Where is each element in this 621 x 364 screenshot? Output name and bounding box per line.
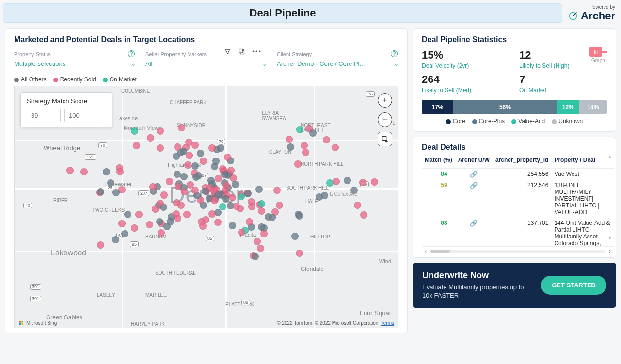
map-deal-marker[interactable] bbox=[180, 173, 188, 180]
table-horizontal-scrollbar[interactable]: ‹ › bbox=[422, 247, 614, 255]
map-deal-marker[interactable] bbox=[200, 158, 207, 165]
map-deal-marker[interactable] bbox=[146, 221, 153, 228]
map-deal-marker[interactable] bbox=[177, 202, 185, 209]
map-deal-marker[interactable] bbox=[195, 172, 202, 179]
map-deal-marker[interactable] bbox=[152, 206, 159, 213]
map-deal-marker[interactable] bbox=[316, 193, 323, 201]
link-icon[interactable]: 🔗 bbox=[470, 171, 478, 178]
map-deal-marker[interactable] bbox=[258, 200, 265, 207]
map-deal-marker[interactable] bbox=[135, 211, 143, 218]
map-deal-marker[interactable] bbox=[118, 220, 126, 227]
map-deal-marker[interactable] bbox=[157, 127, 164, 135]
map-deal-marker[interactable] bbox=[107, 179, 114, 187]
map-deal-marker[interactable] bbox=[286, 136, 293, 143]
map-deal-marker[interactable] bbox=[296, 126, 303, 133]
map-deal-marker[interactable] bbox=[246, 218, 253, 225]
map-deal-marker[interactable] bbox=[160, 191, 168, 199]
map-deal-marker[interactable] bbox=[371, 178, 378, 186]
map-deal-marker[interactable] bbox=[360, 211, 367, 219]
area-select-button[interactable] bbox=[378, 132, 392, 146]
map-deal-marker[interactable] bbox=[273, 187, 281, 194]
map-deal-marker[interactable] bbox=[323, 136, 330, 143]
score-max-input[interactable] bbox=[64, 109, 98, 122]
table-row[interactable]: 59🔗212,546138-UNIT MULTIFAMILY INVESTMEN… bbox=[422, 180, 614, 218]
map-deal-marker[interactable] bbox=[112, 236, 119, 243]
map-deal-marker[interactable] bbox=[180, 148, 187, 155]
map-deal-marker[interactable] bbox=[248, 203, 255, 210]
map-deal-marker[interactable] bbox=[222, 195, 229, 203]
filter-seller-propensity[interactable]: Seller Propensity Markers All ⌄ bbox=[145, 49, 267, 67]
map-deal-marker[interactable] bbox=[184, 161, 191, 169]
map-deal-marker[interactable] bbox=[309, 129, 317, 137]
map-deal-marker[interactable] bbox=[191, 162, 199, 170]
map-deal-marker[interactable] bbox=[276, 202, 283, 209]
map-deal-marker[interactable] bbox=[131, 224, 138, 232]
map-deal-marker[interactable] bbox=[156, 218, 163, 225]
col-propid[interactable]: archer_property_id bbox=[493, 155, 551, 169]
map-deal-marker[interactable] bbox=[97, 188, 104, 195]
map-deal-marker[interactable] bbox=[198, 218, 205, 225]
map-deal-marker[interactable] bbox=[255, 186, 263, 193]
map-deal-marker[interactable] bbox=[112, 189, 120, 196]
map-deal-marker[interactable] bbox=[214, 219, 222, 226]
map-deal-marker[interactable] bbox=[244, 190, 252, 197]
map-deal-marker[interactable] bbox=[258, 207, 265, 215]
filter-value-dropdown[interactable]: Archer Demo - Core / Core Pl... ⌄ bbox=[277, 60, 398, 67]
filter-value-dropdown[interactable]: Multiple selections ⌄ bbox=[14, 60, 136, 67]
map-deal-marker[interactable] bbox=[208, 210, 216, 218]
map-deal-marker[interactable] bbox=[166, 178, 173, 185]
map-deal-marker[interactable] bbox=[133, 142, 140, 149]
map-deal-marker[interactable] bbox=[131, 127, 138, 135]
col-match[interactable]: Match (%) bbox=[422, 155, 455, 169]
map-deal-marker[interactable] bbox=[174, 171, 181, 178]
map-deal-marker[interactable] bbox=[227, 167, 235, 174]
map-deal-marker[interactable] bbox=[173, 153, 180, 160]
map-deal-marker[interactable] bbox=[287, 143, 294, 151]
map-deal-marker[interactable] bbox=[269, 214, 276, 221]
map-deal-marker[interactable] bbox=[359, 179, 366, 186]
map-deal-marker[interactable] bbox=[344, 177, 351, 184]
map-deal-marker[interactable] bbox=[296, 250, 303, 257]
table-row[interactable]: 84🔗254,556Vue West bbox=[422, 169, 614, 180]
map-deal-marker[interactable] bbox=[296, 212, 303, 220]
help-icon[interactable]: ? bbox=[128, 50, 135, 57]
map-deal-marker[interactable] bbox=[121, 230, 128, 237]
map-deal-marker[interactable] bbox=[124, 211, 131, 218]
map-deal-marker[interactable] bbox=[147, 134, 154, 142]
map-deal-marker[interactable] bbox=[207, 177, 215, 184]
map-deal-marker[interactable] bbox=[210, 187, 217, 194]
col-uw[interactable]: Archer U/W bbox=[455, 155, 493, 169]
map-deal-marker[interactable] bbox=[217, 144, 224, 152]
table-row[interactable]: 68🔗137,701144-Unit Value-Add & Partial L… bbox=[422, 218, 614, 247]
filter-client-strategy[interactable]: ? Client Strategy Archer Demo - Core / C… bbox=[277, 49, 398, 67]
map-deal-marker[interactable] bbox=[354, 202, 361, 209]
map-deal-marker[interactable] bbox=[294, 160, 302, 168]
graph-toggle[interactable]: lıl Graph bbox=[589, 47, 607, 63]
map-deal-marker[interactable] bbox=[158, 229, 165, 237]
map-deal-marker[interactable] bbox=[302, 149, 309, 156]
get-started-button[interactable]: GET STARTED bbox=[541, 276, 606, 295]
map-deal-marker[interactable] bbox=[183, 211, 191, 218]
col-deal[interactable]: Property / Deal bbox=[551, 155, 614, 169]
link-icon[interactable]: 🔗 bbox=[470, 220, 478, 227]
map-deal-marker[interactable] bbox=[233, 203, 240, 210]
zoom-out-button[interactable]: − bbox=[378, 112, 392, 127]
map-deal-marker[interactable] bbox=[301, 142, 308, 149]
map-deal-marker[interactable] bbox=[332, 144, 339, 151]
map-deal-marker[interactable] bbox=[252, 253, 259, 260]
map-deal-marker[interactable] bbox=[350, 187, 358, 194]
map-deal-marker[interactable] bbox=[157, 144, 164, 152]
scroll-right-icon[interactable]: › bbox=[609, 248, 611, 254]
table-vertical-scrollbar[interactable] bbox=[608, 155, 612, 240]
link-icon[interactable]: 🔗 bbox=[470, 182, 478, 189]
zoom-in-button[interactable]: + bbox=[378, 93, 392, 108]
map-deal-marker[interactable] bbox=[238, 229, 245, 236]
terms-link[interactable]: Terms bbox=[381, 320, 394, 326]
map-deal-marker[interactable] bbox=[254, 238, 261, 245]
score-min-input[interactable] bbox=[27, 109, 61, 122]
map-deal-marker[interactable] bbox=[291, 233, 299, 240]
scroll-left-icon[interactable]: ‹ bbox=[425, 248, 427, 254]
deals-map[interactable]: Denver COLUMBINE CHAFFEE PARK ELYRIASWAN… bbox=[14, 86, 398, 328]
map-deal-marker[interactable] bbox=[212, 158, 220, 165]
map-deal-marker[interactable] bbox=[229, 222, 236, 229]
